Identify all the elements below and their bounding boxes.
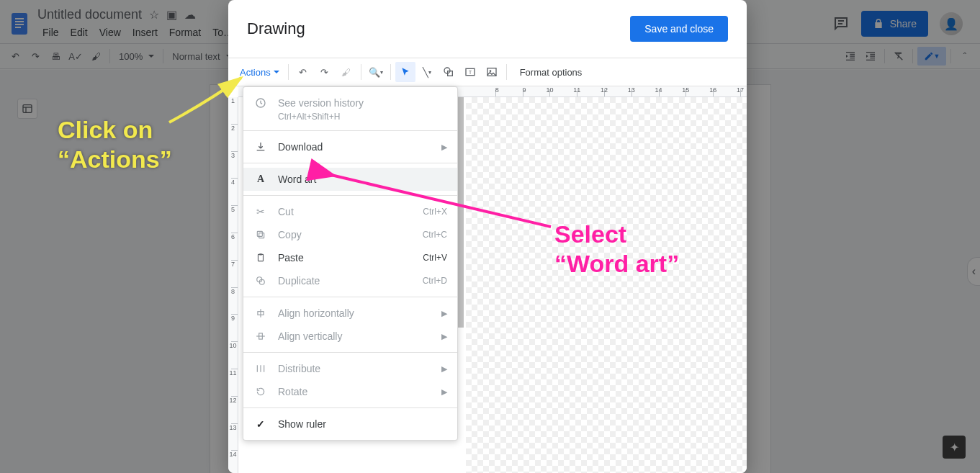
keyboard-shortcut: Ctrl+Alt+Shift+H — [278, 112, 340, 122]
redo-icon[interactable]: ↷ — [315, 62, 335, 82]
menu-cut: ✂ Cut Ctrl+X — [243, 200, 457, 223]
select-tool-icon[interactable] — [395, 62, 415, 82]
save-and-close-button[interactable]: Save and close — [630, 16, 728, 42]
align-vertical-icon — [253, 329, 268, 343]
submenu-arrow-icon: ▶ — [441, 364, 447, 374]
menu-align-horizontally: Align horizontally ▶ — [243, 302, 457, 325]
check-icon — [253, 417, 268, 431]
menu-version-history: See version history Ctrl+Alt+Shift+H — [243, 91, 457, 126]
zoom-icon[interactable]: 🔍▾ — [366, 62, 386, 82]
menu-label: Copy — [278, 229, 302, 240]
submenu-arrow-icon: ▶ — [441, 332, 447, 341]
align-horizontal-icon — [253, 306, 268, 320]
submenu-arrow-icon: ▶ — [441, 143, 447, 152]
svg-rect-19 — [257, 231, 262, 236]
menu-label: Duplicate — [278, 275, 320, 287]
duplicate-icon — [253, 274, 268, 288]
actions-menu-button[interactable]: Actions — [235, 64, 284, 81]
svg-point-16 — [489, 70, 491, 72]
menu-align-vertically: Align vertically ▶ — [243, 325, 457, 348]
keyboard-shortcut: Ctrl+X — [423, 207, 447, 217]
rotate-icon — [253, 384, 268, 399]
submenu-arrow-icon: ▶ — [441, 309, 447, 318]
menu-label: Rotate — [278, 386, 307, 397]
menu-distribute: Distribute ▶ — [243, 357, 457, 380]
svg-rect-20 — [259, 254, 264, 261]
svg-rect-18 — [259, 233, 264, 238]
shape-tool-icon[interactable] — [439, 62, 459, 82]
svg-text:T: T — [469, 70, 472, 75]
menu-copy: Copy Ctrl+C — [243, 223, 457, 246]
menu-show-ruler[interactable]: Show ruler — [243, 413, 457, 436]
cut-icon: ✂ — [253, 204, 268, 219]
menu-word-art[interactable]: A Word art — [243, 168, 457, 191]
undo-icon[interactable]: ↶ — [293, 62, 313, 82]
format-options-button[interactable]: Format options — [511, 67, 591, 78]
menu-label: Distribute — [278, 363, 320, 374]
menu-download[interactable]: Download ▶ — [243, 135, 457, 158]
distribute-icon — [253, 361, 268, 376]
menu-label: Show ruler — [278, 418, 326, 430]
copy-icon — [253, 228, 268, 242]
drawing-canvas[interactable] — [466, 97, 747, 473]
app-root: Untitled document ☆ ▣ ☁ File Edit View I… — [0, 0, 980, 473]
menu-label: Align horizontally — [278, 307, 354, 319]
menu-paste[interactable]: Paste Ctrl+V — [243, 246, 457, 269]
submenu-arrow-icon: ▶ — [441, 387, 447, 397]
dialog-title: Drawing — [247, 19, 305, 38]
menu-label: Cut — [278, 206, 294, 217]
menu-duplicate: Duplicate Ctrl+D — [243, 269, 457, 292]
menu-label: Word art — [278, 174, 316, 185]
menu-label: Align vertically — [278, 330, 342, 342]
paint-format-icon: 🖌 — [336, 62, 356, 82]
textbox-tool-icon[interactable]: T — [460, 62, 480, 82]
vertical-ruler: 1 2 3 4 5 6 7 8 9 10 11 12 13 14 — [228, 97, 238, 473]
word-art-icon: A — [253, 172, 268, 186]
menu-label: See version history — [278, 97, 364, 109]
drawing-toolbar: Actions ↶ ↷ 🖌 🔍▾ ╲▾ T Format options — [228, 58, 747, 86]
drawing-dialog: Drawing Save and close Actions ↶ ↷ 🖌 🔍▾ … — [228, 0, 747, 473]
menu-label: Paste — [278, 252, 304, 263]
menu-label: Download — [278, 141, 323, 153]
line-tool-icon[interactable]: ╲▾ — [417, 62, 437, 82]
keyboard-shortcut: Ctrl+D — [423, 276, 447, 286]
svg-rect-21 — [259, 253, 262, 255]
image-tool-icon[interactable] — [482, 62, 502, 82]
keyboard-shortcut: Ctrl+C — [423, 230, 447, 240]
keyboard-shortcut: Ctrl+V — [423, 253, 447, 263]
history-icon — [253, 96, 268, 110]
actions-dropdown: See version history Ctrl+Alt+Shift+H Dow… — [243, 86, 458, 441]
download-icon — [253, 140, 268, 154]
paste-icon — [253, 251, 268, 265]
menu-rotate: Rotate ▶ — [243, 380, 457, 403]
